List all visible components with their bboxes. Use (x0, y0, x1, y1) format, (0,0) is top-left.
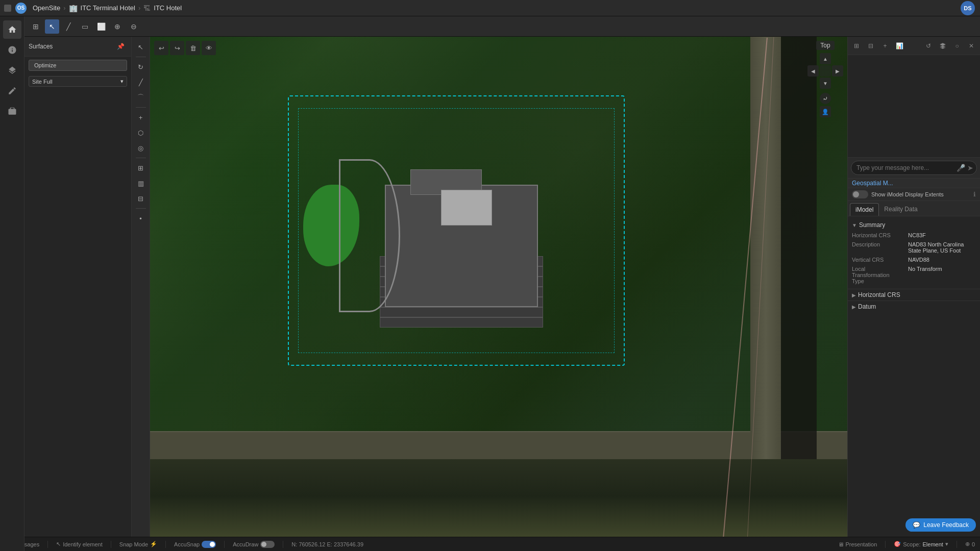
chat-input-field[interactable] (856, 164, 960, 171)
building-complex (370, 169, 574, 322)
coordinates-item: N: 760526.12 E: 2337646.39 (291, 541, 363, 547)
nav-left-arrow[interactable]: ◀ (807, 65, 819, 77)
toolbar-rect-icon[interactable]: ▭ (78, 19, 92, 34)
scope-item: 🎯 Scope: Element ▾ (894, 541, 948, 547)
toolbar-place-icon[interactable]: ⬜ (94, 19, 108, 34)
nav-down-arrow[interactable]: ▼ (820, 78, 831, 89)
description-row: Description NAD83 North Carolina State P… (852, 240, 976, 255)
left-sidebar (0, 16, 24, 551)
delete-button[interactable]: 🗑 (186, 41, 200, 55)
horizontal-crs-row: Horizontal CRS NC83F (852, 231, 976, 240)
snap-mode-item[interactable]: Snap Mode ⚡ (119, 541, 157, 547)
identify-element-item[interactable]: ↖ Identify element (56, 541, 103, 547)
summary-label: Summary (859, 221, 885, 229)
breadcrumb-current[interactable]: ITC Hotel (154, 4, 182, 12)
map-viewport[interactable]: ↩ ↪ 🗑 👁 Top ▲ ◀ ▶ ▼ ⤾ 👤 (150, 37, 847, 551)
draw-select-tool[interactable]: ↖ (134, 40, 148, 54)
presentation-item: 🖥 Presentation (838, 541, 877, 547)
right-tool-refresh[interactable]: ↺ (922, 39, 935, 53)
send-icon[interactable]: ➤ (967, 164, 973, 172)
right-tool-1[interactable]: ⊞ (850, 39, 863, 53)
summary-header[interactable]: ▼ Summary (852, 219, 976, 231)
accudraw-label: AccuDraw (233, 541, 258, 547)
nav-right-arrow[interactable]: ▶ (832, 65, 843, 77)
geo-label-row: Geospatial M... (848, 179, 980, 188)
show-extents-label: Show iModel Display Extents (871, 191, 970, 197)
tab-imodel[interactable]: iModel (850, 203, 879, 216)
draw-dot-tool[interactable]: • (134, 211, 148, 226)
draw-plus-tool[interactable]: + (134, 110, 148, 124)
scope-select[interactable]: Element (923, 541, 943, 547)
view-button[interactable]: 👁 (202, 41, 216, 55)
snap-mode-label: Snap Mode (119, 541, 148, 547)
window-controls[interactable] (4, 5, 11, 12)
user-avatar[interactable]: DS (961, 1, 975, 15)
draw-table-tool[interactable]: ▥ (134, 176, 148, 190)
mic-icon[interactable]: 🎤 (957, 164, 965, 172)
leave-feedback-label: Leave Feedback (923, 521, 969, 529)
datum-section[interactable]: ▶ Datum (848, 300, 980, 312)
undo-button[interactable]: ↩ (154, 41, 168, 55)
breadcrumb-app: OpenSite (33, 4, 60, 12)
rotate-icon[interactable]: ⤾ (820, 93, 831, 104)
draw-rotate-tool[interactable]: ↻ (134, 60, 148, 74)
show-extents-row: Show iModel Display Extents ℹ (848, 188, 980, 201)
vertical-crs-row: Vertical CRS NAVD88 (852, 255, 976, 264)
toolbar-grid-icon[interactable]: ⊞ (29, 19, 43, 34)
sidebar-layers-icon[interactable] (3, 61, 21, 80)
right-tool-3[interactable]: + (878, 39, 892, 53)
sidebar-edit-icon[interactable] (3, 82, 21, 100)
description-label: Description (852, 241, 908, 254)
horizontal-road (150, 431, 847, 462)
feedback-icon: 💬 (913, 521, 920, 529)
description-value: NAD83 North Carolina State Plane, US Foo… (908, 241, 976, 254)
right-scroll-area: ▼ Summary Horizontal CRS NC83F Descripti… (848, 216, 980, 551)
redo-button[interactable]: ↪ (170, 41, 184, 55)
extents-toggle[interactable] (852, 190, 868, 198)
optimize-button[interactable]: Optimize (29, 60, 127, 71)
info-icon[interactable]: ℹ (973, 191, 976, 198)
draw-circle-tool[interactable]: ◎ (134, 141, 148, 155)
local-transform-label: LocalTransformationType (852, 266, 908, 284)
right-tool-layers[interactable] (936, 39, 949, 53)
chat-input-area: 🎤 ➤ (848, 157, 980, 179)
sidebar-home-icon[interactable] (3, 20, 21, 39)
accusnap-toggle[interactable]: AccuSnap (174, 541, 216, 548)
coordinates-display: N: 760526.12 E: 2337646.39 (291, 541, 363, 547)
breadcrumb-project[interactable]: ITC Terminal Hotel (81, 4, 135, 12)
chat-area (848, 55, 980, 157)
right-tool-2[interactable]: ⊟ (864, 39, 877, 53)
right-tool-circle[interactable]: ○ (950, 39, 964, 53)
right-tool-chart[interactable]: 📊 (893, 39, 906, 53)
sidebar-briefcase-icon[interactable] (3, 102, 21, 120)
right-panel-close[interactable]: ✕ (965, 39, 978, 53)
draw-minus-tool[interactable]: ⊟ (134, 191, 148, 206)
draw-line-tool[interactable]: ╱ (134, 75, 148, 89)
datum-section-label: Datum (858, 303, 876, 310)
count-item: ⊕ 0 (965, 541, 975, 547)
accudraw-toggle[interactable]: AccuDraw (233, 541, 275, 548)
toolbar-select-icon[interactable]: ↖ (45, 19, 59, 34)
nav-up-arrow[interactable]: ▲ (820, 53, 831, 64)
sidebar-info-icon[interactable] (3, 41, 21, 59)
geo-tab-bar: iModel Reality Data (848, 201, 980, 216)
person-icon[interactable]: 👤 (820, 106, 831, 117)
accusnap-switch[interactable] (202, 541, 216, 548)
accudraw-switch[interactable] (260, 541, 275, 548)
draw-arc-tool[interactable]: ⌒ (134, 90, 148, 105)
toolbar-remove-icon[interactable]: ⊖ (127, 19, 141, 34)
tab-reality-data[interactable]: Reality Data (879, 203, 922, 216)
toolbar-add-icon[interactable]: ⊕ (110, 19, 125, 34)
main-toolbar: ⊞ ↖ ╱ ▭ ⬜ ⊕ ⊖ (24, 16, 980, 37)
accusnap-label: AccuSnap (174, 541, 200, 547)
toolbar-line-icon[interactable]: ╱ (61, 19, 76, 34)
draw-hex-tool[interactable]: ⬡ (134, 126, 148, 140)
workspace: Surfaces 📌 Optimize Site Full ▾ ↖ ↻ ╱ ⌒ (24, 37, 980, 551)
horizontal-crs-section[interactable]: ▶ Horizontal CRS (848, 289, 980, 300)
draw-grid-tool[interactable]: ⊞ (134, 161, 148, 175)
site-select[interactable]: Site Full ▾ (29, 76, 127, 87)
geospatial-label[interactable]: Geospatial M... (852, 180, 893, 187)
panel-pin-icon[interactable]: 📌 (114, 40, 127, 53)
leave-feedback-button[interactable]: 💬 Leave Feedback (905, 518, 976, 532)
identify-element-label: Identify element (63, 541, 103, 547)
